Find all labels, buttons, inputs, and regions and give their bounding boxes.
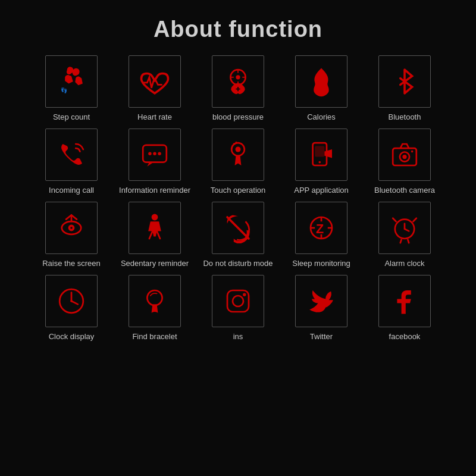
icon-box-raise-screen [45,202,98,254]
icon-box-bluetooth [378,55,431,108]
icon-box-calories [295,55,347,108]
page-title: About function [154,17,322,42]
svg-line-35 [400,240,402,243]
feature-cell-heart-rate: Heart rate [116,55,193,123]
svg-point-14 [236,146,241,152]
feature-label-heart-rate: Heart rate [137,112,172,123]
feature-cell-raise-screen: Raise the screen [33,202,110,269]
svg-point-25 [152,214,158,220]
feature-cell-incoming-call: Incoming call [33,129,110,196]
feature-cell-step-count: 👣Step count [33,55,110,123]
feature-cell-do-not-disturb: Do not disturb mode [199,202,277,269]
icon-box-twitter [295,275,347,327]
feature-cell-bluetooth: Bluetooth [366,55,443,123]
svg-point-40 [70,300,73,302]
feature-cell-ins: ins [199,275,277,342]
icon-box-heart-rate [129,55,181,108]
svg-line-36 [408,240,409,243]
feature-label-information-reminder: Information reminder [119,186,190,196]
feature-cell-app-application: APP application [283,129,360,196]
feature-label-sleep-monitoring: Sleep monitoring [292,259,350,269]
feature-label-do-not-disturb: Do not disturb mode [203,259,273,269]
feature-label-clock-display: Clock display [49,332,95,342]
icon-box-step-count: 👣 [45,55,98,108]
feature-cell-sedentary-reminder: Sedentary reminder [116,202,193,269]
icon-box-bluetooth-camera [378,129,431,181]
icon-box-touch-operation [212,129,264,181]
feature-cell-twitter: Twitter [283,275,360,342]
icon-box-app-application [295,129,347,181]
icon-box-sleep-monitoring: Z [295,202,347,254]
icon-box-alarm-clock [378,202,431,254]
svg-text:👣: 👣 [61,87,68,94]
icon-box-find-bracelet [129,275,181,327]
feature-cell-calories: Calories [283,55,360,123]
svg-point-12 [158,152,161,155]
feature-label-ins: ins [233,332,243,342]
feature-label-blood-pressure: blood pressure [212,112,264,123]
svg-point-21 [411,151,414,153]
svg-rect-16 [315,146,324,156]
feature-cell-bluetooth-camera: Bluetooth camera [366,129,443,196]
svg-line-39 [71,301,78,304]
features-grid: 👣Step countHeart rateblood pressureCalor… [33,55,443,342]
icon-box-clock-display [45,275,98,327]
feature-cell-touch-operation: Touch operation [199,129,277,196]
feature-label-sedentary-reminder: Sedentary reminder [121,259,189,269]
icon-box-facebook [378,275,431,327]
svg-point-2 [236,75,240,79]
svg-line-34 [405,229,409,231]
feature-label-app-application: APP application [294,186,349,196]
feature-cell-facebook: facebook [366,275,443,342]
feature-cell-sleep-monitoring: ZSleep monitoring [283,202,360,269]
feature-label-calories: Calories [307,112,336,123]
icon-box-information-reminder [129,129,181,181]
svg-point-20 [402,155,406,159]
icon-box-ins [212,275,264,327]
feature-label-bluetooth: Bluetooth [389,112,421,123]
feature-cell-clock-display: Clock display [33,275,110,342]
feature-label-alarm-clock: Alarm clock [384,259,424,269]
feature-label-find-bracelet: Find bracelet [132,332,177,342]
svg-point-44 [243,293,246,296]
feature-cell-information-reminder: Information reminder [116,129,193,196]
feature-label-raise-screen: Raise the screen [42,259,101,269]
feature-label-incoming-call: Incoming call [49,186,94,196]
icon-box-do-not-disturb [212,202,264,254]
feature-cell-find-bracelet: Find bracelet [116,275,193,342]
feature-cell-blood-pressure: blood pressure [199,55,277,123]
svg-point-17 [319,161,321,164]
icon-box-sedentary-reminder [129,202,181,254]
svg-text:Z: Z [316,221,324,236]
svg-point-43 [233,296,243,306]
feature-label-touch-operation: Touch operation [211,186,266,196]
feature-label-step-count: Step count [53,112,90,123]
svg-point-24 [70,227,73,229]
svg-point-11 [153,152,156,155]
feature-cell-alarm-clock: Alarm clock [366,202,443,269]
svg-point-10 [148,152,151,155]
feature-label-twitter: Twitter [310,332,333,342]
feature-label-bluetooth-camera: Bluetooth camera [374,186,435,196]
svg-point-41 [147,290,162,305]
icon-box-incoming-call [45,129,98,181]
feature-label-facebook: facebook [389,332,421,342]
icon-box-blood-pressure [212,55,264,108]
